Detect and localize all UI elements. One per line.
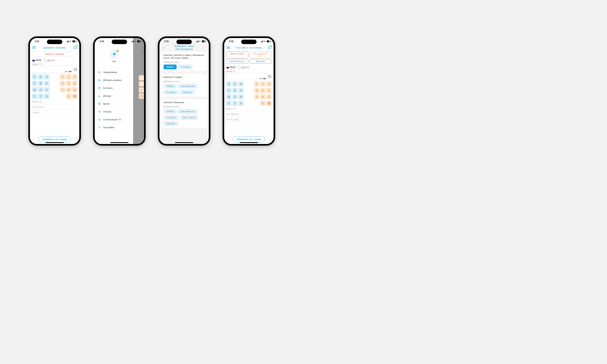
- days-field[interactable]: Кол-во дней: [226, 117, 272, 122]
- number-key-7[interactable]: 7: [60, 87, 65, 92]
- service-button[interactable]: Доп. услуга: [180, 115, 198, 120]
- card-subtitle: Выберите услугу:: [163, 80, 205, 82]
- letter-key-Х[interactable]: Х: [238, 101, 244, 106]
- dynamic-island: [241, 40, 257, 44]
- menu-item-chart[interactable]: Доходы›: [97, 92, 131, 100]
- letter-key-К[interactable]: К: [238, 88, 244, 93]
- service-button[interactable]: Мойка: [163, 84, 177, 89]
- number-key-7[interactable]: 7: [254, 94, 259, 100]
- number-key-9[interactable]: 9: [266, 94, 272, 100]
- map-button[interactable]: [267, 46, 272, 50]
- letter-key-Р[interactable]: Р: [44, 87, 49, 92]
- number-key-6[interactable]: 6: [266, 88, 272, 93]
- number-key-3[interactable]: 3: [72, 74, 77, 79]
- status-time: 2:32: [227, 40, 234, 42]
- plate-input[interactable]: RUS: [226, 73, 267, 80]
- back-button[interactable]: ‹: [161, 46, 166, 50]
- clear-button[interactable]: ✕: [74, 67, 77, 71]
- wifi-icon: ᯤ: [70, 40, 72, 42]
- number-key-4[interactable]: 4: [254, 88, 259, 93]
- letter-key-Е[interactable]: Е: [38, 74, 43, 79]
- letter-key-М[interactable]: М: [226, 94, 231, 100]
- letter-key-С[interactable]: С: [226, 101, 231, 106]
- number-key-2[interactable]: 2: [66, 74, 71, 79]
- letter-key-В[interactable]: В: [38, 81, 43, 86]
- service-button[interactable]: Шиномонтаж: [178, 84, 198, 89]
- country-other-option[interactable]: Другое: [238, 66, 249, 69]
- plate-input[interactable]: RUS: [32, 66, 72, 73]
- home-indicator[interactable]: [46, 142, 64, 143]
- letter-key-А[interactable]: А: [226, 81, 231, 87]
- service-button[interactable]: Мойка: [163, 65, 177, 69]
- menu-item-bell[interactable]: Уведомления›: [97, 68, 131, 76]
- letter-key-Т[interactable]: Т: [38, 94, 43, 99]
- letter-key-Е[interactable]: Е: [232, 81, 238, 87]
- map-button[interactable]: [73, 46, 77, 50]
- letter-key-Н[interactable]: Н: [232, 94, 238, 100]
- letter-key-С[interactable]: С: [32, 94, 37, 99]
- number-key-2[interactable]: 2: [260, 81, 265, 87]
- letter-key-Р[interactable]: Р: [238, 94, 244, 100]
- letter-key-А[interactable]: А: [32, 74, 37, 79]
- number-key-5[interactable]: 5: [66, 81, 71, 86]
- client-type-field[interactable]: Тип клиента: [32, 104, 77, 110]
- letter-key-В[interactable]: В: [232, 88, 238, 93]
- menu-item-archive[interactable]: Архив›: [97, 100, 131, 108]
- number-key-1[interactable]: 1: [60, 74, 65, 79]
- home-indicator[interactable]: [175, 142, 193, 143]
- letter-key-К[interactable]: К: [44, 81, 49, 86]
- country-rus-option[interactable]: RUS: [226, 66, 235, 69]
- status-chip[interactable]: Забронировать 7 мест: [250, 51, 272, 58]
- home-indicator[interactable]: [110, 142, 129, 143]
- number-key-1[interactable]: 1: [254, 81, 259, 87]
- check-plate-button[interactable]: Проверить гос. номер: [39, 136, 71, 142]
- number-key-8[interactable]: 8: [66, 87, 71, 92]
- letter-key-Т[interactable]: Т: [232, 101, 238, 106]
- service-button[interactable]: Стоянка: [178, 65, 193, 69]
- letter-key-М[interactable]: М: [32, 87, 37, 92]
- number-key-5[interactable]: 5: [260, 88, 265, 93]
- status-chip[interactable]: Свободно 8 мест: [226, 59, 248, 64]
- menu-item-reviews[interactable]: Отзывы›: [97, 108, 131, 116]
- number-key-0[interactable]: 0: [260, 101, 265, 106]
- menu-button[interactable]: [32, 46, 36, 50]
- home-indicator[interactable]: [240, 142, 258, 143]
- country-other-option[interactable]: Другое: [43, 59, 55, 62]
- country-rus-option[interactable]: RUS: [32, 59, 41, 62]
- clear-button[interactable]: ✕: [268, 75, 272, 78]
- menu-button[interactable]: [226, 46, 230, 50]
- service-button[interactable]: Мойка: [163, 109, 177, 114]
- letter-key-У[interactable]: У: [32, 81, 37, 86]
- wash-count-banner[interactable]: Помыто 3 машины: [32, 51, 77, 57]
- menu-item-gear[interactable]: Настройки›: [97, 124, 131, 131]
- backspace-key[interactable]: [72, 94, 77, 99]
- letter-key-О[interactable]: О: [44, 74, 49, 79]
- letter-key-О[interactable]: О: [238, 81, 244, 87]
- number-key-8[interactable]: 8: [260, 94, 265, 100]
- service-button[interactable]: Стоянка: [163, 90, 178, 95]
- services-field[interactable]: Услуги: [32, 110, 77, 115]
- letter-key-Н[interactable]: Н: [38, 87, 43, 92]
- service-button[interactable]: Магазин: [163, 121, 178, 126]
- backspace-key[interactable]: [266, 101, 272, 106]
- letter-key-Х[interactable]: Х: [44, 94, 49, 99]
- service-button[interactable]: Шиномонтаж: [178, 109, 198, 114]
- brand-field[interactable]: Марка ТС: [226, 106, 272, 111]
- number-key-4[interactable]: 4: [60, 81, 65, 86]
- menu-item-approve[interactable]: Согласование ТС›: [97, 116, 131, 124]
- number-key-6[interactable]: 6: [72, 81, 77, 86]
- number-key-0[interactable]: 0: [66, 94, 71, 99]
- check-plate-button[interactable]: Проверить гос. номер: [233, 136, 265, 142]
- letter-key-У[interactable]: У: [226, 88, 231, 93]
- number-key-9[interactable]: 9: [72, 87, 77, 92]
- service-button[interactable]: Стоянка: [163, 115, 178, 120]
- number-key-3[interactable]: 3: [266, 81, 272, 87]
- user-avatar[interactable]: [110, 50, 118, 58]
- status-chip[interactable]: Должники: [250, 59, 272, 64]
- menu-item-car[interactable]: Добавить машину›: [97, 76, 131, 84]
- client-type-field[interactable]: Тип клиента: [226, 111, 272, 117]
- service-button[interactable]: Магазин: [180, 90, 195, 95]
- status-chip[interactable]: Занято 1 место: [226, 51, 248, 58]
- menu-item-contacts[interactable]: Контакты›: [97, 84, 131, 92]
- brand-field[interactable]: Марка ТС: [32, 99, 77, 104]
